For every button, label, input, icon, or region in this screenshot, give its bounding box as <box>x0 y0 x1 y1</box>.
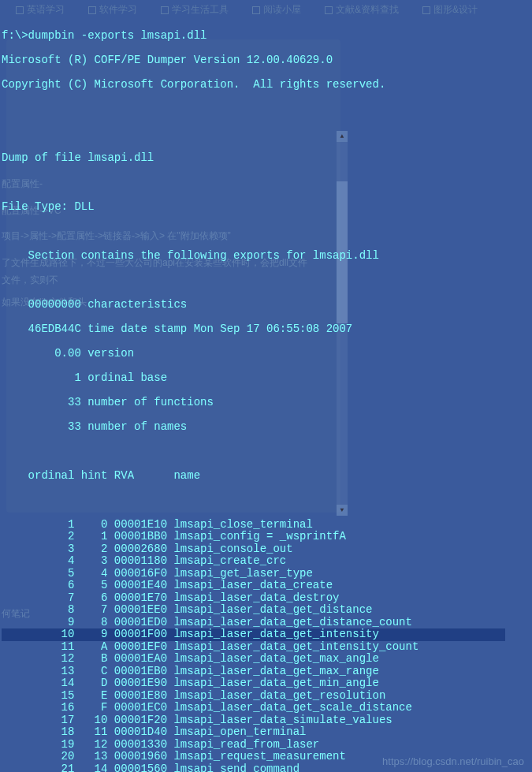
tab-item[interactable]: 文献&资料查找 <box>325 3 399 17</box>
table-row[interactable]: 5 4 000016F0 lmsapi_get_laser_type <box>2 568 505 580</box>
info-line: 46EDB44C time date stamp Mon Sep 17 06:5… <box>2 323 505 336</box>
table-row[interactable]: 11 A 00001EF0 lmsapi_laser_data_get_inte… <box>2 641 505 654</box>
tab-item[interactable]: 图形&设计 <box>422 3 478 17</box>
table-row[interactable]: 6 5 00001E40 lmsapi_laser_data_create <box>2 580 505 592</box>
table-row[interactable]: 13 C 00001EB0 lmsapi_laser_data_get_max_… <box>2 666 505 678</box>
table-row[interactable]: 7 6 00001E70 lmsapi_laser_data_destroy <box>2 592 505 605</box>
table-row[interactable]: 2 1 00001BB0 lmsapi_config = _wsprintfA <box>2 531 505 543</box>
table-row[interactable]: 1 0 00001E10 lmsapi_close_terminal <box>2 519 505 531</box>
table-header: ordinal hint RVA name <box>2 470 505 483</box>
checkbox-icon <box>16 6 24 14</box>
table-row[interactable]: 17 10 00001F20 lmsapi_laser_data_simulat… <box>2 714 505 727</box>
table-row[interactable]: 8 7 00001EE0 lmsapi_laser_data_get_dista… <box>2 604 505 617</box>
tab-item[interactable]: 软件学习 <box>88 3 137 17</box>
info-line: 0.00 version <box>2 348 505 360</box>
tab-item[interactable]: 阅读小屋 <box>252 3 301 17</box>
table-row[interactable]: 14 D 00001E90 lmsapi_laser_data_get_min_… <box>2 677 505 690</box>
browser-tabs: 英语学习 软件学习 学习生活工具 阅读小屋 文献&资料查找 图形&设计 <box>0 3 478 17</box>
tab-item[interactable]: 学习生活工具 <box>161 3 229 17</box>
table-row[interactable]: 16 F 00001EC0 lmsapi_laser_data_get_scal… <box>2 702 505 714</box>
table-row[interactable]: 3 2 00002680 lmsapi_console_out <box>2 543 505 556</box>
filetype-line: File Type: DLL <box>2 201 505 214</box>
table-row[interactable]: 4 3 00001180 lmsapi_create_crc <box>2 555 505 568</box>
header-line: Microsoft (R) COFF/PE Dumper Version 12.… <box>2 54 505 67</box>
table-row[interactable]: 10 9 00001F00 lmsapi_laser_data_get_inte… <box>2 628 505 641</box>
checkbox-icon <box>252 6 260 14</box>
section-line: Section contains the following exports f… <box>2 250 505 263</box>
table-row[interactable]: 18 11 00001D40 lmsapi_open_terminal <box>2 726 505 739</box>
info-line: 33 number of functions <box>2 397 505 409</box>
exports-table: 1 0 00001E10 lmsapi_close_terminal 2 1 0… <box>2 519 505 773</box>
watermark: https://blog.csdn.net/ruibin_cao <box>382 755 524 767</box>
terminal-output[interactable]: f:\>dumpbin -exports lmsapi.dll Microsof… <box>2 17 505 772</box>
table-row[interactable]: 15 E 00001E80 lmsapi_laser_data_get_reso… <box>2 690 505 703</box>
tab-item[interactable]: 英语学习 <box>16 3 65 17</box>
header-line: Copyright (C) Microsoft Corporation. All… <box>2 79 505 91</box>
table-row[interactable]: 19 12 00001330 lmsapi_read_from_laser <box>2 739 505 751</box>
command-line: f:\>dumpbin -exports lmsapi.dll <box>2 30 505 43</box>
dump-line: Dump of file lmsapi.dll <box>2 152 505 165</box>
info-line: 00000000 characteristics <box>2 299 505 311</box>
table-row[interactable]: 9 8 00001ED0 lmsapi_laser_data_get_dista… <box>2 617 505 629</box>
checkbox-icon <box>88 6 96 14</box>
checkbox-icon <box>422 6 430 14</box>
table-row[interactable]: 12 B 00001EA0 lmsapi_laser_data_get_max_… <box>2 653 505 666</box>
checkbox-icon <box>325 6 333 14</box>
info-line: 1 ordinal base <box>2 372 505 385</box>
info-line: 33 number of names <box>2 421 505 434</box>
checkbox-icon <box>161 6 169 14</box>
